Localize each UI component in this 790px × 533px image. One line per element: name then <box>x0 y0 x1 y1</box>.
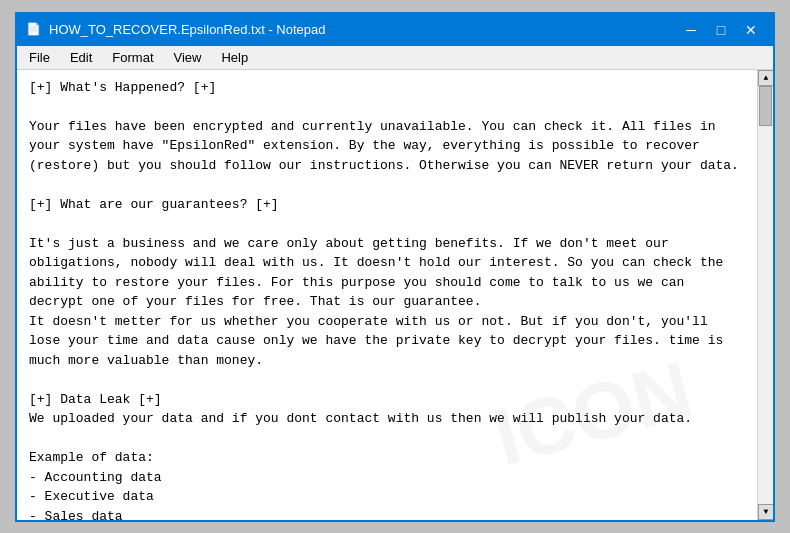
menu-edit[interactable]: Edit <box>62 48 100 67</box>
scroll-up-button[interactable]: ▲ <box>758 70 773 86</box>
maximize-button[interactable]: □ <box>707 19 735 41</box>
notepad-icon: 📄 <box>25 22 41 38</box>
scroll-track <box>758 86 773 504</box>
text-editor[interactable]: [+] What's Happened? [+] Your files have… <box>17 70 757 520</box>
window-title: HOW_TO_RECOVER.EpsilonRed.txt - Notepad <box>49 22 325 37</box>
menu-bar: File Edit Format View Help <box>17 46 773 70</box>
scroll-down-button[interactable]: ▼ <box>758 504 773 520</box>
content-area: [+] What's Happened? [+] Your files have… <box>17 70 773 520</box>
notepad-window: 📄 HOW_TO_RECOVER.EpsilonRed.txt - Notepa… <box>15 12 775 522</box>
menu-format[interactable]: Format <box>104 48 161 67</box>
window-controls: ─ □ ✕ <box>677 19 765 41</box>
title-bar-left: 📄 HOW_TO_RECOVER.EpsilonRed.txt - Notepa… <box>25 22 325 38</box>
title-bar: 📄 HOW_TO_RECOVER.EpsilonRed.txt - Notepa… <box>17 14 773 46</box>
scrollbar: ▲ ▼ <box>757 70 773 520</box>
menu-file[interactable]: File <box>21 48 58 67</box>
menu-help[interactable]: Help <box>213 48 256 67</box>
scroll-thumb[interactable] <box>759 86 772 126</box>
close-button[interactable]: ✕ <box>737 19 765 41</box>
menu-view[interactable]: View <box>166 48 210 67</box>
minimize-button[interactable]: ─ <box>677 19 705 41</box>
